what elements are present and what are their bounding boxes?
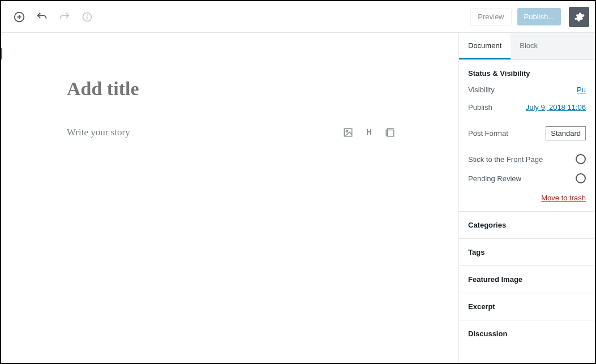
- info-button[interactable]: [77, 7, 97, 27]
- gear-icon: [573, 11, 585, 23]
- panel-heading-discussion: Discussion: [468, 329, 586, 338]
- left-accent-bar: [0, 48, 2, 59]
- move-to-trash-link[interactable]: Move to trash: [541, 194, 586, 202]
- editor-canvas: Write your story: [1, 33, 458, 363]
- undo-button[interactable]: [32, 7, 52, 27]
- image-icon: [343, 127, 353, 138]
- settings-sidebar: Document Block Status & Visibility Visib…: [458, 33, 595, 363]
- publish-label: Publish: [468, 103, 492, 112]
- gallery-block-button[interactable]: [385, 127, 395, 138]
- panel-discussion[interactable]: Discussion: [459, 320, 595, 347]
- row-visibility: Visibility Pu: [468, 85, 586, 94]
- tab-document[interactable]: Document: [459, 33, 511, 59]
- stick-toggle[interactable]: [576, 154, 586, 164]
- post-title-input[interactable]: [67, 78, 395, 100]
- visibility-value-link[interactable]: Pu: [577, 85, 586, 94]
- image-block-button[interactable]: [343, 127, 353, 138]
- top-toolbar: Preview Publish...: [1, 1, 595, 33]
- post-format-select[interactable]: Standard: [546, 126, 586, 140]
- svg-point-7: [346, 130, 348, 132]
- heading-block-button[interactable]: [365, 127, 374, 138]
- panel-heading-status: Status & Visibility: [468, 69, 586, 78]
- redo-icon: [58, 11, 71, 23]
- panel-heading-tags: Tags: [468, 248, 586, 256]
- panel-tags[interactable]: Tags: [459, 239, 595, 266]
- redo-button[interactable]: [54, 7, 75, 27]
- story-placeholder[interactable]: Write your story: [67, 127, 343, 138]
- add-block-button[interactable]: [9, 7, 29, 27]
- panel-heading-categories: Categories: [468, 221, 586, 229]
- panel-featured-image[interactable]: Featured Image: [459, 266, 595, 293]
- undo-icon: [36, 11, 48, 23]
- row-move-to-trash: Move to trash: [468, 194, 586, 202]
- stick-label: Stick to the Front Page: [468, 155, 543, 164]
- panel-status-visibility: Status & Visibility Visibility Pu Publis…: [459, 60, 595, 212]
- quick-block-icons: [343, 127, 395, 138]
- main-area: Write your story Document Block Status &…: [1, 33, 595, 363]
- panel-excerpt[interactable]: Excerpt: [459, 293, 595, 320]
- svg-rect-8: [388, 130, 394, 136]
- row-post-format: Post Format Standard: [468, 126, 586, 140]
- publish-date-link[interactable]: July 9, 2018 11:06: [526, 103, 586, 112]
- svg-rect-6: [344, 129, 352, 136]
- heading-icon: [365, 127, 374, 136]
- publish-button[interactable]: Publish...: [517, 8, 561, 25]
- svg-point-5: [87, 14, 88, 15]
- sidebar-tabs: Document Block: [459, 33, 595, 60]
- info-icon: [82, 11, 93, 23]
- post-format-label: Post Format: [468, 129, 508, 138]
- gallery-icon: [385, 127, 395, 138]
- row-stick-front-page: Stick to the Front Page: [468, 154, 586, 164]
- panel-categories[interactable]: Categories: [459, 212, 595, 239]
- plus-circle-icon: [13, 11, 25, 23]
- settings-button[interactable]: [569, 7, 589, 27]
- row-publish: Publish July 9, 2018 11:06: [468, 103, 586, 112]
- visibility-label: Visibility: [468, 85, 495, 94]
- row-pending-review: Pending Review: [468, 173, 586, 183]
- preview-button[interactable]: Preview: [470, 8, 511, 25]
- panel-heading-featured-image: Featured Image: [468, 275, 586, 284]
- pending-label: Pending Review: [468, 174, 521, 183]
- tab-block[interactable]: Block: [511, 33, 547, 59]
- story-row: Write your story: [67, 127, 395, 138]
- pending-toggle[interactable]: [576, 173, 586, 183]
- panel-heading-excerpt: Excerpt: [468, 302, 586, 311]
